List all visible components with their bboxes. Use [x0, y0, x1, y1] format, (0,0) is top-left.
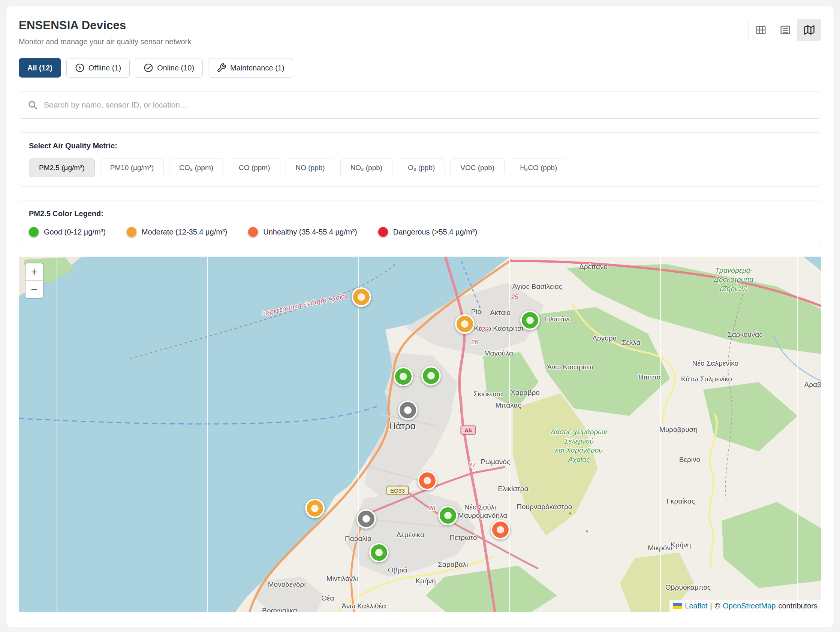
device-marker-offline[interactable] — [398, 400, 418, 420]
map-place-label: Σαρκουνάς — [728, 330, 763, 339]
map-place-label: Σελλά — [622, 339, 641, 347]
metric-option[interactable]: PM2.5 (µg/m³) — [29, 158, 95, 177]
leaflet-link[interactable]: Leaflet — [685, 602, 707, 610]
map-place-label: Μιντιλόγλι — [327, 575, 358, 583]
marker-center-dot — [497, 526, 504, 533]
ukraine-flag-icon — [673, 603, 682, 609]
zoom-out-button[interactable]: − — [25, 281, 43, 298]
map-place-label: Βραχναίικα — [262, 607, 297, 612]
osm-link[interactable]: OpenStreetMap — [723, 602, 775, 610]
map-place-label: Κάτω Σαλμενίκο — [681, 375, 732, 383]
metric-option[interactable]: CO₂ (ppm) — [169, 158, 223, 177]
status-filters: All (12)Offline (1)Online (10)Maintenanc… — [19, 58, 821, 77]
map-place-label: Ρωμανός — [480, 458, 510, 466]
map-place-label: 25 — [482, 326, 488, 333]
search-input[interactable] — [44, 101, 813, 109]
device-marker-good[interactable] — [438, 506, 458, 525]
device-marker-unhealthy[interactable] — [418, 471, 437, 490]
wrench-icon — [217, 63, 226, 72]
map-canvas[interactable]: ΠάτραΡίοΑκταίοΆγιος ΒασίλειοςΠλατάνιΚάτω… — [19, 257, 821, 612]
device-marker-moderate[interactable] — [455, 314, 475, 334]
tile-seam — [660, 257, 661, 612]
map-attribution: Leaflet | © OpenStreetMap contributors — [669, 600, 821, 612]
map-place-label: Οβρυόκαμπος — [665, 583, 711, 591]
attribution-contributors: contributors — [778, 602, 818, 610]
map-place-label: Χάραβρο — [510, 388, 540, 397]
device-marker-good[interactable] — [393, 367, 413, 386]
map-place-label: Ακταίο — [490, 309, 510, 317]
legend-color-dot — [127, 227, 136, 237]
map-zoom-control: + − — [25, 263, 43, 299]
map-place-label: Κρήνη — [415, 577, 436, 585]
filter-label: All (12) — [27, 64, 52, 72]
map-place-label: Πάτρα — [389, 420, 416, 431]
map-place-label: ▲ — [584, 528, 589, 533]
device-marker-good[interactable] — [369, 543, 389, 562]
road-badge: EO33 — [386, 486, 409, 495]
map-place-label: Πουρναρόκαστρο — [516, 503, 572, 511]
metric-option[interactable]: PM10 (µg/m³) — [100, 158, 164, 177]
map-place-label: ▲ — [567, 510, 572, 515]
metric-option[interactable]: VOC (ppb) — [450, 158, 505, 177]
search-icon — [27, 100, 38, 110]
metric-option[interactable]: O₃ (ppb) — [398, 158, 445, 177]
check-icon — [144, 63, 153, 72]
metric-option[interactable]: NO (ppb) — [286, 158, 335, 177]
map-place-label: Σαραβάλι — [438, 560, 468, 569]
map-place-label: Γκραίκας — [667, 497, 695, 505]
list-view-button[interactable] — [773, 19, 797, 41]
legend-item: Unhealthy (35.4-55.4 µg/m³) — [248, 227, 357, 237]
devices-page: ENSENSIA Devices Monitor and manage your… — [0, 0, 840, 632]
grid-view-button[interactable] — [749, 19, 773, 41]
legend-item-label: Unhealthy (35.4-55.4 µg/m³) — [263, 228, 357, 236]
metric-option[interactable]: H₂CO (ppb) — [510, 158, 567, 177]
device-marker-good[interactable] — [520, 310, 540, 330]
map-place-label: 27 — [469, 462, 476, 469]
tile-seam — [797, 257, 798, 612]
filter-offline-button[interactable]: Offline (1) — [66, 58, 130, 77]
device-marker-moderate[interactable] — [352, 287, 371, 307]
marker-center-dot — [526, 317, 534, 324]
map-place-label: Θέα — [321, 594, 334, 602]
page-subtitle: Monitor and manage your air quality sens… — [19, 38, 191, 46]
map-icon — [804, 24, 815, 36]
tile-seam — [57, 257, 57, 612]
zoom-in-button[interactable]: + — [25, 263, 43, 281]
filter-online-button[interactable]: Online (10) — [135, 58, 203, 77]
filter-label: Online (10) — [157, 64, 194, 72]
search-box — [19, 91, 821, 119]
device-marker-moderate[interactable] — [305, 499, 325, 518]
map-place-label: Άνω Καστρίτσι — [547, 363, 593, 371]
page-title: ENSENSIA Devices — [19, 19, 191, 32]
map-place-label: 26 — [471, 339, 478, 346]
metric-option[interactable]: NO₂ (ppb) — [340, 158, 393, 177]
legend-color-dot — [29, 227, 39, 237]
metric-option[interactable]: CO (ppm) — [229, 158, 280, 177]
legend-panel: PM2.5 Color Legend: Good (0-12 µg/m³)Mod… — [19, 200, 821, 246]
legend-color-dot — [248, 227, 258, 237]
filter-all-button[interactable]: All (12) — [19, 58, 61, 77]
legend-item-label: Moderate (12-35.4 µg/m³) — [142, 228, 227, 236]
devices-card: ENSENSIA Devices Monitor and manage your… — [6, 6, 834, 628]
map-place-label: Δρέπανο — [579, 263, 608, 271]
map-view-button[interactable] — [797, 19, 821, 41]
map-place-label: 25 — [511, 294, 518, 301]
marker-center-dot — [399, 373, 407, 380]
filter-maintenance-button[interactable]: Maintenance (1) — [208, 58, 293, 77]
marker-center-dot — [375, 549, 383, 556]
map-place-label: Μαγούλα — [484, 349, 513, 358]
legend-item: Good (0-12 µg/m³) — [29, 227, 106, 237]
marker-center-dot — [404, 407, 412, 414]
device-marker-good[interactable] — [421, 366, 441, 386]
marker-center-dot — [461, 320, 469, 328]
road-badge: A5 — [460, 426, 476, 435]
map-place-label: Δεμένικα — [396, 531, 425, 539]
header: ENSENSIA Devices Monitor and manage your… — [19, 19, 821, 46]
device-marker-unhealthy[interactable] — [491, 520, 510, 539]
device-marker-offline[interactable] — [357, 509, 376, 529]
marker-center-dot — [444, 512, 452, 519]
map-place-label: Δάσος χειμάρρωνΣελεμνούκαι ΧαράνδρουΑχαΐ… — [537, 427, 620, 464]
map-place-label: Μονοδένδρι — [268, 580, 306, 589]
legend-item: Dangerous (>55.4 µg/m³) — [378, 227, 477, 237]
map-place-label: Νέο Σούλι — [464, 503, 496, 511]
